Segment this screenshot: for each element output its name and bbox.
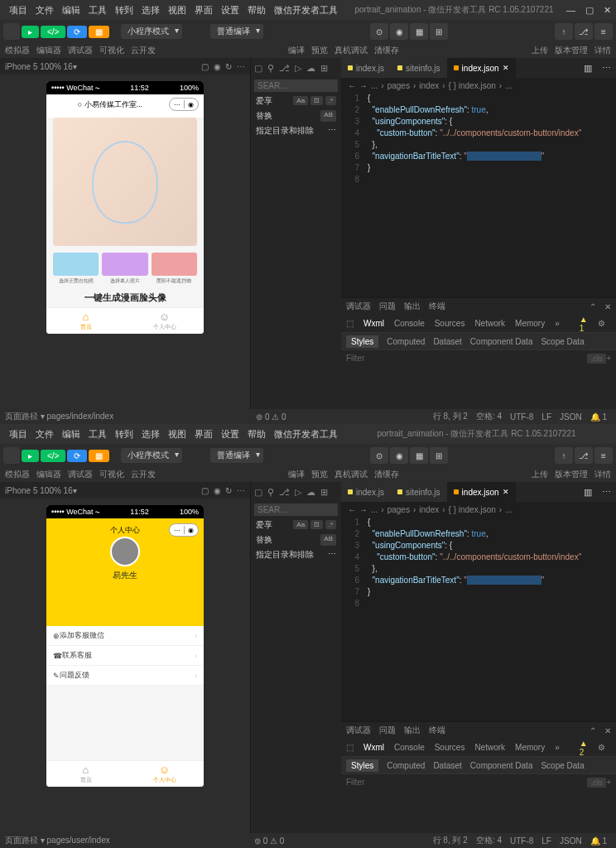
menu-item[interactable]: 界面 bbox=[190, 428, 217, 441]
panel-icon[interactable]: ▢ bbox=[254, 63, 262, 74]
dev-icon[interactable]: ◉ bbox=[214, 62, 221, 71]
sub-item[interactable]: 云开发 bbox=[131, 45, 156, 56]
exclude-label[interactable]: 指定目录和排除 bbox=[256, 125, 314, 137]
tab-profile[interactable]: ☺个人中心 bbox=[125, 761, 204, 787]
sb-item[interactable]: UTF-8 bbox=[506, 412, 537, 422]
menu-item[interactable]: 设置 bbox=[217, 4, 243, 17]
sim-button[interactable]: ▸ bbox=[22, 450, 39, 462]
dt-hdr-item[interactable]: 问题 bbox=[379, 301, 396, 312]
panel-icon[interactable]: ⎇ bbox=[279, 63, 290, 74]
cls-button[interactable]: .cls bbox=[587, 354, 607, 364]
editor-tab[interactable]: index.json✕ bbox=[447, 482, 516, 502]
device-select[interactable]: iPhone 5 100% 16 bbox=[5, 62, 73, 71]
menu-item[interactable]: 工具 bbox=[84, 4, 111, 17]
more-icon[interactable]: ⋯ bbox=[597, 487, 616, 498]
menu-item[interactable]: 项目 bbox=[5, 4, 31, 17]
dt-sub-tab[interactable]: Component Data bbox=[470, 761, 533, 770]
dt-tab[interactable]: Wxml bbox=[363, 743, 384, 752]
menu-item[interactable]: 设置 bbox=[217, 428, 243, 441]
dt-sub-tab[interactable]: Styles bbox=[346, 759, 378, 772]
phone-simulator[interactable]: ••••• WeChat ⏦ 11:52 100% ○ 小易传媒工作室... ⋯… bbox=[46, 81, 204, 334]
dt-tab[interactable]: Wxml bbox=[363, 319, 384, 328]
dev-icon[interactable]: ⋯ bbox=[237, 62, 245, 71]
dt-hdr-item[interactable]: 输出 bbox=[404, 725, 421, 736]
menu-item[interactable]: 帮助 bbox=[243, 4, 270, 17]
breadcrumb[interactable]: ←→ ...›pages›index›{ } index.json›... bbox=[341, 502, 616, 517]
replace-val[interactable]: 替换 bbox=[256, 534, 272, 546]
sub-item[interactable]: 调试器 bbox=[68, 45, 93, 56]
search-val[interactable]: 爱享 bbox=[256, 519, 272, 531]
compile-dropdown[interactable]: 普通编译 bbox=[210, 24, 263, 39]
split-icon[interactable]: ▥ bbox=[579, 63, 597, 74]
dt-hdr-item[interactable]: 输出 bbox=[404, 301, 421, 312]
sb-item[interactable]: 行 8, 列 2 bbox=[429, 411, 472, 422]
sub-item[interactable]: 调试器 bbox=[68, 469, 93, 480]
search-input[interactable] bbox=[254, 504, 338, 516]
dt-sub-tab[interactable]: Component Data bbox=[470, 337, 533, 346]
warning-badge[interactable]: ▲ 1 bbox=[580, 315, 588, 333]
page-path[interactable]: 页面路径 ▾ pages/index/index bbox=[5, 411, 113, 422]
version-btn[interactable]: ⎇ bbox=[575, 23, 593, 40]
page-path[interactable]: 页面路径 ▾ pages/user/index bbox=[5, 835, 110, 846]
sub-item[interactable]: 模拟器 bbox=[5, 469, 30, 480]
mode-dropdown[interactable]: 小程序模式 bbox=[121, 24, 182, 39]
panel-icon[interactable]: ▢ bbox=[254, 487, 262, 498]
upload-btn[interactable]: ↑ bbox=[555, 447, 573, 464]
menu-item[interactable]: 帮助 bbox=[243, 428, 270, 441]
menu-item[interactable]: 编辑 bbox=[58, 428, 84, 441]
tab-home[interactable]: ⌂首页 bbox=[46, 308, 125, 334]
visual-button[interactable]: ▦ bbox=[89, 450, 109, 462]
sb-item[interactable]: 🔔 1 bbox=[586, 412, 611, 422]
device-select[interactable]: iPhone 5 100% 16 bbox=[5, 486, 73, 495]
panel-icon[interactable]: ⎇ bbox=[279, 487, 290, 498]
dev-icon[interactable]: ⋯ bbox=[237, 486, 245, 495]
menu-item[interactable]: 工具 bbox=[84, 428, 111, 441]
thumb[interactable]: 选择正面自拍照 bbox=[53, 253, 99, 285]
dt-hdr-item[interactable]: 终端 bbox=[429, 725, 445, 736]
dev-icon[interactable]: ↻ bbox=[225, 486, 232, 495]
sub-item[interactable]: 云开发 bbox=[131, 469, 156, 480]
panel-icon[interactable]: ⊞ bbox=[320, 487, 328, 498]
mode-dropdown[interactable]: 小程序模式 bbox=[121, 448, 182, 463]
inspect-icon[interactable]: ⬚ bbox=[346, 319, 354, 328]
detail-btn[interactable]: ≡ bbox=[594, 447, 613, 464]
dt-tab[interactable]: Console bbox=[394, 319, 425, 328]
menu-item[interactable]: 项目 bbox=[5, 428, 31, 441]
search-input[interactable] bbox=[254, 80, 338, 92]
sb-item[interactable]: UTF-8 bbox=[506, 836, 537, 846]
inspect-icon[interactable]: ⬚ bbox=[346, 743, 354, 752]
tab-profile[interactable]: ☺个人中心 bbox=[125, 308, 204, 334]
dt-tab[interactable]: Sources bbox=[435, 743, 465, 752]
dev-icon[interactable]: ◉ bbox=[214, 486, 221, 495]
panel-icon[interactable]: ▷ bbox=[295, 487, 301, 498]
menu-item[interactable]: 转到 bbox=[111, 4, 137, 17]
dev-icon[interactable]: ▢ bbox=[201, 486, 209, 495]
code-button[interactable]: </> bbox=[41, 26, 65, 38]
dt-sub-tab[interactable]: Scope Data bbox=[541, 761, 584, 770]
replace-val[interactable]: 替换 bbox=[256, 110, 272, 122]
visual-button[interactable]: ▦ bbox=[89, 26, 109, 38]
close-icon[interactable]: ✕ bbox=[503, 488, 509, 496]
menu-item[interactable]: 界面 bbox=[190, 4, 217, 17]
dt-tab[interactable]: Memory bbox=[515, 743, 545, 752]
more-icon[interactable]: » bbox=[555, 319, 560, 328]
dt-tab[interactable]: Network bbox=[474, 743, 505, 752]
filter-input[interactable]: Filter bbox=[346, 354, 364, 363]
panel-icon[interactable]: ⚲ bbox=[267, 487, 274, 498]
sb-item[interactable]: 🔔 1 bbox=[586, 836, 611, 846]
dt-tab[interactable]: Network bbox=[474, 319, 505, 328]
panel-icon[interactable]: ▷ bbox=[295, 63, 301, 74]
action-btn[interactable]: ⊞ bbox=[430, 447, 448, 464]
capsule[interactable]: ⋯◉ bbox=[169, 523, 199, 537]
dt-sub-tab[interactable]: Dataset bbox=[433, 337, 461, 346]
search-val[interactable]: 爱享 bbox=[256, 95, 272, 107]
sb-item[interactable]: JSON bbox=[556, 836, 586, 846]
panel-icon[interactable]: ☁ bbox=[306, 63, 315, 74]
panel-icon[interactable]: ⊞ bbox=[320, 63, 328, 74]
more-icon[interactable]: ⋯ bbox=[597, 63, 616, 74]
phone-simulator[interactable]: ••••• WeChat ⏦ 11:52 100% 个人中心 ⋯◉ 易先生 bbox=[46, 505, 204, 787]
dt-hdr-item[interactable]: 调试器 bbox=[346, 301, 371, 312]
sub-item[interactable]: 可视化 bbox=[99, 45, 124, 56]
chevron-up-icon[interactable]: ⌃ bbox=[590, 726, 596, 735]
split-icon[interactable]: ▥ bbox=[579, 487, 597, 498]
